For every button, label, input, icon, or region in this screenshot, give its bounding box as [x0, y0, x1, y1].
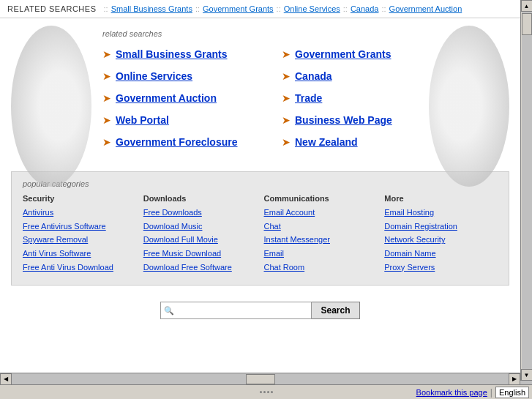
vertical-scrollbar[interactable]: ▲ ▼ — [520, 0, 532, 381]
scroll-up-button[interactable]: ▲ — [521, 0, 533, 12]
category-link-download-full-movie[interactable]: Download Full Movie — [143, 233, 257, 247]
category-col-communications: Communications Email Account Chat Instan… — [264, 194, 378, 274]
scroll-thumb[interactable] — [522, 13, 532, 35]
search-link-government-auction[interactable]: Government Auction — [116, 92, 217, 104]
bookmark-link[interactable]: Bookmark this page — [416, 388, 487, 397]
nav-sep-2: :: — [195, 4, 200, 13]
search-item-online-services: ➤ Online Services — [102, 69, 260, 83]
status-dot-4 — [271, 391, 273, 393]
popular-section-title: popular categories — [23, 179, 498, 188]
search-bar-section: 🔍 Search — [0, 293, 520, 325]
arrow-icon-7: ➤ — [102, 114, 111, 126]
category-link-free-downloads[interactable]: Free Downloads — [143, 206, 257, 220]
related-searches-label: RELATED SEARCHES — [7, 4, 97, 13]
category-header-more: More — [384, 194, 498, 203]
search-link-government-grants[interactable]: Government Grants — [295, 48, 391, 60]
arrow-icon-9: ➤ — [102, 136, 111, 148]
category-header-downloads: Downloads — [143, 194, 257, 203]
status-dot-3 — [267, 391, 269, 393]
scroll-right-button[interactable]: ▶ — [509, 373, 520, 385]
language-selector[interactable]: English — [495, 387, 529, 398]
search-link-business-web-page[interactable]: Business Web Page — [295, 114, 392, 126]
nav-link-government-auction[interactable]: Government Auction — [389, 4, 462, 13]
category-link-free-anti-virus-download[interactable]: Free Anti Virus Download — [23, 261, 136, 275]
category-link-chat-room[interactable]: Chat Room — [264, 261, 378, 275]
nav-link-online-services[interactable]: Online Services — [284, 4, 340, 13]
arrow-icon-6: ➤ — [282, 92, 291, 104]
search-grid: ➤ Small Business Grants ➤ Government Gra… — [102, 47, 439, 149]
search-link-canada[interactable]: Canada — [295, 70, 332, 82]
search-button[interactable]: Search — [312, 302, 359, 319]
status-dot-1 — [260, 391, 262, 393]
scroll-h-track — [12, 373, 509, 384]
search-item-canada: ➤ Canada — [282, 69, 439, 83]
scroll-down-button[interactable]: ▼ — [521, 369, 533, 381]
search-link-new-zealand[interactable]: New Zealand — [295, 136, 358, 148]
nav-link-government-grants[interactable]: Government Grants — [203, 4, 274, 13]
browser-content: RELATED SEARCHES :: Small Business Grant… — [0, 0, 520, 373]
top-nav-bar: RELATED SEARCHES :: Small Business Grant… — [0, 0, 520, 18]
category-col-downloads: Downloads Free Downloads Download Music … — [143, 194, 257, 274]
search-item-business-web-page: ➤ Business Web Page — [282, 113, 439, 127]
status-bar: Bookmark this page | English — [0, 384, 532, 399]
scroll-h-thumb[interactable] — [246, 374, 275, 384]
category-header-communications: Communications — [264, 194, 378, 203]
category-link-download-free-software[interactable]: Download Free Software — [143, 261, 257, 275]
search-link-government-foreclosure[interactable]: Government Foreclosure — [116, 136, 238, 148]
search-item-web-portal: ➤ Web Portal — [102, 113, 260, 127]
nav-sep-5: :: — [381, 4, 386, 13]
arrow-icon-2: ➤ — [282, 48, 291, 60]
category-link-free-music-download[interactable]: Free Music Download — [143, 247, 257, 261]
arrow-icon-1: ➤ — [102, 48, 111, 60]
category-link-domain-registration[interactable]: Domain Registration — [384, 220, 498, 234]
popular-categories-section: popular categories Security Antivirus Fr… — [11, 171, 509, 286]
category-link-proxy-servers[interactable]: Proxy Servers — [384, 261, 498, 275]
category-link-chat[interactable]: Chat — [264, 220, 378, 234]
category-link-instant-messenger[interactable]: Instant Messenger — [264, 233, 378, 247]
search-link-web-portal[interactable]: Web Portal — [116, 114, 169, 126]
status-dot-2 — [263, 391, 266, 393]
search-link-small-business-grants[interactable]: Small Business Grants — [116, 48, 228, 60]
category-col-more: More Email Hosting Domain Registration N… — [384, 194, 498, 274]
related-searches-section: related searches ➤ Small Business Grants… — [0, 18, 520, 164]
nav-sep-1: :: — [104, 4, 108, 13]
category-link-email[interactable]: Email — [264, 247, 378, 261]
nav-link-small-business-grants[interactable]: Small Business Grants — [111, 4, 192, 13]
search-item-government-grants: ➤ Government Grants — [282, 47, 439, 61]
search-item-small-business-grants: ➤ Small Business Grants — [102, 47, 260, 61]
search-link-online-services[interactable]: Online Services — [116, 70, 192, 82]
arrow-icon-3: ➤ — [102, 70, 111, 82]
search-item-trade: ➤ Trade — [282, 91, 439, 105]
category-link-anti-virus-software[interactable]: Anti Virus Software — [23, 247, 136, 261]
circle-decoration-right — [429, 26, 509, 187]
search-magnifier-icon: 🔍 — [161, 306, 176, 316]
horizontal-scrollbar[interactable]: ◀ ▶ — [0, 373, 520, 384]
status-bar-dots — [260, 391, 273, 393]
search-item-government-foreclosure: ➤ Government Foreclosure — [102, 135, 260, 149]
scroll-left-button[interactable]: ◀ — [0, 373, 12, 385]
category-col-security: Security Antivirus Free Antivirus Softwa… — [23, 194, 136, 274]
search-item-government-auction: ➤ Government Auction — [102, 91, 260, 105]
search-link-trade[interactable]: Trade — [295, 92, 322, 104]
search-wrapper: 🔍 — [160, 302, 312, 319]
category-link-free-antivirus-software[interactable]: Free Antivirus Software — [23, 220, 136, 234]
main-content: related searches ➤ Small Business Grants… — [0, 18, 520, 325]
search-item-new-zealand: ➤ New Zealand — [282, 135, 439, 149]
category-link-email-hosting[interactable]: Email Hosting — [384, 206, 498, 220]
status-separator: | — [490, 387, 492, 398]
category-link-email-account[interactable]: Email Account — [264, 206, 378, 220]
nav-sep-4: :: — [343, 4, 348, 13]
category-link-domain-name[interactable]: Domain Name — [384, 247, 498, 261]
category-link-network-security[interactable]: Network Security — [384, 233, 498, 247]
related-section-title: related searches — [102, 29, 498, 38]
category-link-antivirus[interactable]: Antivirus — [23, 206, 136, 220]
category-header-security: Security — [23, 194, 136, 203]
nav-sep-3: :: — [277, 4, 281, 13]
category-link-download-music[interactable]: Download Music — [143, 220, 257, 234]
category-link-spyware-removal[interactable]: Spyware Removal — [23, 233, 136, 247]
circle-decoration-left — [11, 26, 91, 187]
arrow-icon-10: ➤ — [282, 136, 291, 148]
search-input[interactable] — [176, 302, 311, 318]
nav-link-canada[interactable]: Canada — [351, 4, 379, 13]
arrow-icon-4: ➤ — [282, 70, 291, 82]
